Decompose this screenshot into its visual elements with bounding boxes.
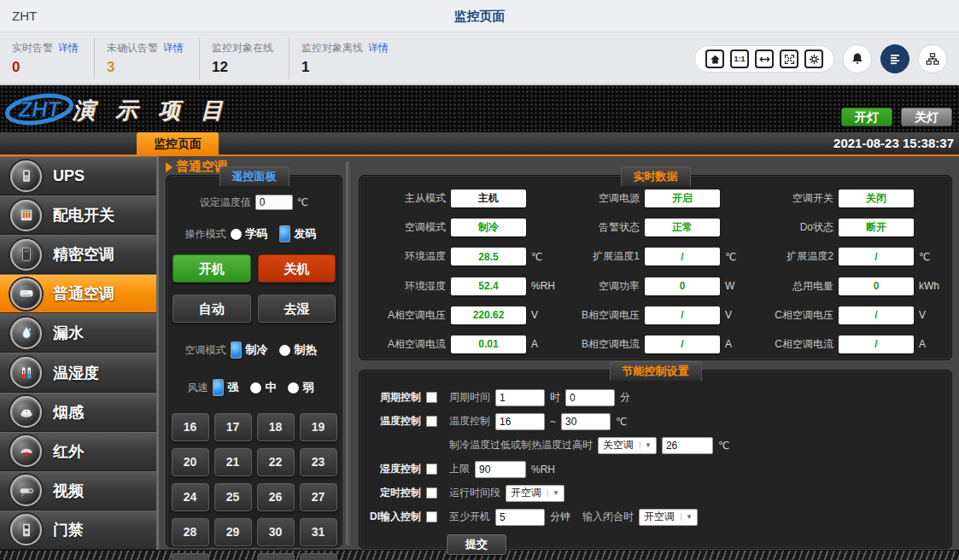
protect-action-select[interactable]: 关空调▼ bbox=[598, 437, 657, 454]
sidebar-item-power-switch[interactable]: 配电开关 bbox=[0, 195, 156, 235]
temp-low-input[interactable] bbox=[495, 413, 545, 430]
temp-button-16[interactable]: 16 bbox=[172, 413, 209, 441]
sidebar-item-normal-ac[interactable]: 普通空调 bbox=[0, 274, 156, 313]
radio-fan-low[interactable] bbox=[288, 382, 299, 394]
power-on-button[interactable]: 开机 bbox=[173, 254, 251, 283]
sidebar-item-water-leak[interactable]: 漏水 bbox=[0, 313, 156, 353]
sidebar-item-precision-ac[interactable]: 精密空调 bbox=[0, 235, 156, 274]
temp-button-32[interactable]: 32 bbox=[172, 553, 209, 560]
temp-button-31[interactable]: 31 bbox=[300, 518, 337, 546]
auto-button[interactable]: 自动 bbox=[173, 295, 251, 323]
radio-fan-high[interactable] bbox=[213, 379, 224, 396]
fan-speed-row: 风速 强 中 弱 bbox=[167, 379, 342, 396]
unconfirmed-alarm-detail-link[interactable]: 详情 bbox=[163, 42, 184, 54]
temp-control-checkbox[interactable] bbox=[426, 416, 437, 427]
humidity-upper-label: 上限 bbox=[449, 462, 470, 476]
timer-action-select[interactable]: 开空调▼ bbox=[506, 485, 564, 502]
home-icon[interactable] bbox=[705, 50, 724, 68]
temp-button-30[interactable]: 30 bbox=[257, 518, 295, 546]
sidebar-item-infrared[interactable]: 红外 bbox=[0, 432, 156, 471]
tab-monitor-page[interactable]: 监控页面 bbox=[137, 132, 219, 155]
radio-cooling-label[interactable]: 制冷 bbox=[246, 342, 268, 358]
temp-button-22[interactable]: 22 bbox=[257, 448, 295, 476]
set-temp-unit: ℃ bbox=[297, 196, 308, 208]
chevron-down-icon: ▼ bbox=[640, 441, 652, 449]
temp-button-18[interactable]: 18 bbox=[257, 413, 295, 441]
humidity-control-label: 湿度控制 bbox=[366, 462, 421, 476]
light-off-button[interactable]: 关灯 bbox=[901, 108, 952, 126]
radio-fan-high-label[interactable]: 强 bbox=[228, 380, 239, 395]
radio-fan-mid[interactable] bbox=[250, 382, 261, 394]
submit-button[interactable]: 提交 bbox=[447, 534, 506, 555]
fullscreen-icon[interactable] bbox=[780, 50, 798, 68]
topology-icon[interactable] bbox=[918, 44, 947, 73]
radio-heating[interactable] bbox=[279, 345, 290, 356]
one-to-one-icon[interactable]: 1:1 bbox=[730, 50, 749, 68]
temp-button-25[interactable]: 25 bbox=[214, 483, 252, 511]
radio-learn-code[interactable] bbox=[231, 229, 242, 240]
light-on-button[interactable]: 开灯 bbox=[841, 108, 892, 126]
radio-send-code-label[interactable]: 发码 bbox=[295, 226, 317, 242]
temp-button-27[interactable]: 27 bbox=[300, 483, 337, 511]
sidebar-item-door-access[interactable]: 门禁 bbox=[0, 510, 156, 550]
temp-button-21[interactable]: 21 bbox=[214, 448, 252, 476]
temp-high-input[interactable] bbox=[561, 413, 611, 430]
alarm-list-icon[interactable] bbox=[880, 44, 909, 73]
protect-temp-input[interactable] bbox=[662, 437, 713, 454]
field-value: 0.01 bbox=[451, 335, 526, 353]
realtime-column-1: 主从模式主机 空调模式制冷 环境温度28.5℃ 环境湿度52.4%RH A相空调… bbox=[365, 190, 558, 353]
dehumidify-button[interactable]: 去湿 bbox=[258, 295, 336, 323]
field-value: 制冷 bbox=[451, 219, 526, 236]
humidity-control-checkbox[interactable] bbox=[426, 464, 437, 475]
grid-spacer bbox=[214, 553, 252, 560]
section-arrow-icon bbox=[166, 162, 173, 172]
radio-fan-mid-label[interactable]: 中 bbox=[266, 380, 277, 395]
bell-icon[interactable] bbox=[843, 44, 872, 73]
temp-button-29[interactable]: 29 bbox=[214, 518, 252, 546]
humidity-upper-input[interactable] bbox=[475, 461, 526, 478]
radio-learn-code-label[interactable]: 学码 bbox=[246, 226, 268, 242]
di-control-checkbox[interactable] bbox=[426, 511, 437, 522]
stat-objects-offline: 监控对象离线详情 1 bbox=[289, 38, 404, 79]
field-phase-c-voltage: C相空调电压/V bbox=[752, 306, 946, 324]
cycle-control-checkbox[interactable] bbox=[426, 392, 437, 403]
field-value: 正常 bbox=[645, 219, 720, 236]
power-off-button[interactable]: 关机 bbox=[258, 254, 336, 283]
temp-range-label: 温度控制 bbox=[449, 414, 490, 429]
di-min-on-input[interactable] bbox=[495, 509, 545, 526]
radio-cooling[interactable] bbox=[231, 341, 242, 359]
realtime-alarm-detail-link[interactable]: 详情 bbox=[58, 42, 79, 54]
field-value: 关闭 bbox=[839, 190, 914, 207]
zht-logo: ZHT bbox=[5, 89, 75, 130]
temp-button-26[interactable]: 26 bbox=[257, 483, 295, 511]
temp-button-23[interactable]: 23 bbox=[300, 448, 337, 476]
cycle-minute-input[interactable] bbox=[565, 389, 615, 406]
field-phase-c-current: C相空调电流/A bbox=[752, 335, 946, 353]
di-close-action-select[interactable]: 开空调▼ bbox=[639, 509, 698, 526]
sidebar-item-ups[interactable]: UPS bbox=[0, 156, 156, 195]
radio-send-code[interactable] bbox=[279, 225, 290, 242]
smoke-detector-icon bbox=[10, 396, 42, 428]
remote-control-panel: 遥控面板 设定温度值 ℃ 操作模式 学码 发码 开机 关机 自动 去湿 bbox=[166, 175, 342, 547]
di-min-on-label: 至少开机 bbox=[449, 510, 490, 524]
temp-button-19[interactable]: 19 bbox=[300, 413, 337, 441]
radio-heating-label[interactable]: 制热 bbox=[295, 342, 317, 358]
temp-minus-button[interactable]: - bbox=[300, 553, 337, 560]
timer-control-checkbox[interactable] bbox=[426, 487, 437, 499]
cycle-hour-input[interactable] bbox=[495, 389, 545, 406]
fit-width-icon[interactable] bbox=[755, 50, 774, 68]
temp-preset-grid: 16 17 18 19 20 21 22 23 24 25 26 27 28 2… bbox=[167, 413, 342, 560]
offline-detail-link[interactable]: 详情 bbox=[368, 42, 389, 54]
radio-fan-low-label[interactable]: 弱 bbox=[303, 380, 314, 395]
temp-plus-button[interactable]: + bbox=[257, 553, 295, 560]
sidebar-item-smoke[interactable]: 烟感 bbox=[0, 393, 156, 432]
temp-button-24[interactable]: 24 bbox=[172, 483, 209, 511]
sidebar-item-temp-humidity[interactable]: 温湿度 bbox=[0, 353, 156, 392]
sidebar-item-video[interactable]: 视频 bbox=[0, 471, 156, 510]
temp-button-17[interactable]: 17 bbox=[214, 413, 252, 441]
temp-button-20[interactable]: 20 bbox=[172, 448, 209, 476]
set-temp-input[interactable] bbox=[255, 195, 293, 210]
cycle-control-label: 周期控制 bbox=[366, 390, 421, 405]
temp-button-28[interactable]: 28 bbox=[172, 518, 209, 546]
settings-gear-icon[interactable] bbox=[804, 50, 823, 68]
